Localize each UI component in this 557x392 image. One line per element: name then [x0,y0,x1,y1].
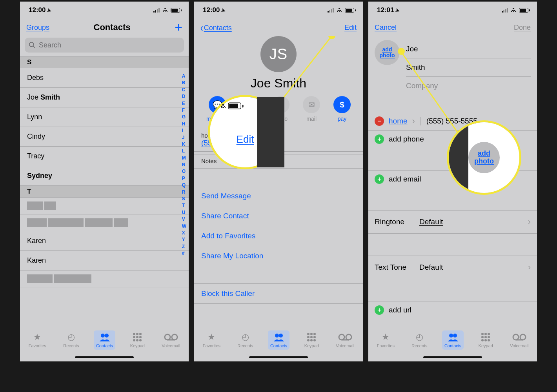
first-name-field[interactable]: Joe [406,40,531,58]
action-pay[interactable]: $pay [333,96,351,122]
tab-keypad[interactable]: Keypad [302,330,321,350]
tab-keypad[interactable]: Keypad [128,330,147,350]
list-item[interactable]: Cindy [20,127,189,147]
tab-contacts[interactable]: Contacts [94,330,115,350]
svg-point-14 [172,334,177,340]
voicemail-icon [512,332,526,342]
list-item[interactable]: Karen [20,231,189,251]
status-bar: 12:00 ➤ [194,2,363,19]
block-caller-row[interactable]: Block this Caller [194,283,363,304]
company-field[interactable]: Company [406,77,531,95]
list-item[interactable]: Karen [20,251,189,270]
action-call[interactable]: ✆call [242,96,259,122]
add-contact-button[interactable]: + [175,22,182,33]
texttone-row[interactable]: Text Tone Default › [368,256,537,279]
phone-value[interactable]: (555) 555-5555 [201,139,356,147]
star-icon: ★ [382,332,390,342]
add-email-row[interactable]: + add email [368,170,537,188]
svg-point-6 [139,333,142,335]
svg-point-3 [105,334,109,338]
wifi-icon [162,6,168,14]
svg-point-30 [449,334,453,338]
last-name-field[interactable]: Smith [406,58,531,77]
svg-point-28 [346,334,351,340]
cancel-button[interactable]: Cancel [375,24,397,32]
tab-recents[interactable]: ◴Recents [409,330,430,350]
add-phone-row[interactable]: + add phone [368,131,537,148]
contact-name: Joe Smith [194,76,363,91]
list-item[interactable]: Tracy [20,147,189,166]
home-indicator[interactable] [249,356,308,358]
action-bar: 💬message ✆call ■video ✉mail $pay [194,96,363,122]
tab-favorites[interactable]: ★Favorites [375,330,397,350]
clock-icon: ◴ [242,332,249,342]
send-message-row[interactable]: Send Message [194,186,363,206]
edit-button[interactable]: Edit [344,24,357,32]
tab-recents[interactable]: ◴Recents [61,330,81,350]
svg-point-33 [484,333,487,335]
tab-bar: ★Favorites ◴Recents Contacts Keypad Voic… [20,328,189,361]
home-indicator[interactable] [423,356,482,358]
callout-origin-dot [328,36,335,39]
share-contact-row[interactable]: Share Contact [194,206,363,226]
action-message[interactable]: 💬message [206,96,229,122]
keypad-icon [133,332,142,342]
action-video[interactable]: ■video [272,96,289,122]
phone-field[interactable]: home (555) 555-5555 [194,129,363,152]
alpha-index[interactable]: ABCDEFGHIJKLMNOPQRSTUVWXYZ# [182,73,186,257]
screen-edit-contact: 12:01 ➤ Cancel Done addphoto Joe Smith C… [368,2,537,361]
section-header-s: S [20,56,189,68]
pay-icon: $ [333,96,351,113]
add-photo-button[interactable]: addphoto [375,40,400,65]
contacts-list[interactable]: S Debs Joe Smith Lynn Cindy Tracy Sydney… [20,56,189,328]
search-input[interactable]: Search [25,38,184,53]
done-button[interactable]: Done [514,24,531,32]
back-button[interactable]: ‹Contacts [200,23,232,32]
signal-icon [153,8,160,13]
list-item[interactable] [20,270,189,287]
svg-point-5 [136,333,138,335]
status-bar: 12:00 ➤ [20,2,189,19]
svg-point-21 [307,336,309,338]
home-indicator[interactable] [75,356,134,358]
contacts-icon [273,332,285,342]
svg-point-2 [101,334,105,338]
list-item[interactable]: Lynn [20,107,189,127]
add-favorite-row[interactable]: Add to Favorites [194,226,363,246]
groups-button[interactable]: Groups [26,24,49,32]
add-icon: + [375,174,384,184]
share-location-row[interactable]: Share My Location [194,246,363,266]
list-item[interactable] [20,214,189,231]
tab-recents[interactable]: ◴Recents [235,330,255,350]
list-item[interactable] [20,198,189,214]
tab-favorites[interactable]: ★Favorites [26,330,49,350]
list-item[interactable]: Debs [20,68,189,88]
tab-favorites[interactable]: ★Favorites [200,330,223,350]
svg-point-22 [310,336,313,338]
list-item[interactable]: Joe Smith [20,88,189,107]
action-mail[interactable]: ✉mail [303,96,320,122]
add-url-row[interactable]: + add url [368,301,537,319]
tab-keypad[interactable]: Keypad [476,330,495,350]
section-header-t: T [20,186,189,198]
phone-home-row[interactable]: − home › (555) 555-5555 [368,112,537,131]
svg-point-8 [136,336,138,338]
signal-icon [502,8,508,13]
tab-contacts[interactable]: Contacts [268,330,289,350]
wifi-icon [510,6,517,14]
tab-contacts[interactable]: Contacts [442,330,464,350]
svg-point-39 [484,339,487,341]
remove-icon[interactable]: − [375,116,384,126]
svg-point-11 [136,339,138,341]
phone-value[interactable]: (555) 555-5555 [420,117,477,125]
keypad-icon [307,332,316,342]
phone-type[interactable]: home [389,117,408,125]
tab-voicemail[interactable]: Voicemail [508,330,531,350]
svg-point-4 [133,333,135,335]
tab-voicemail[interactable]: Voicemail [333,330,357,350]
notes-field[interactable]: Notes [194,154,363,169]
tab-voicemail[interactable]: Voicemail [159,330,182,350]
list-item[interactable]: Sydney [20,166,189,186]
svg-point-41 [513,334,519,340]
ringtone-row[interactable]: Ringtone Default › [368,210,537,234]
